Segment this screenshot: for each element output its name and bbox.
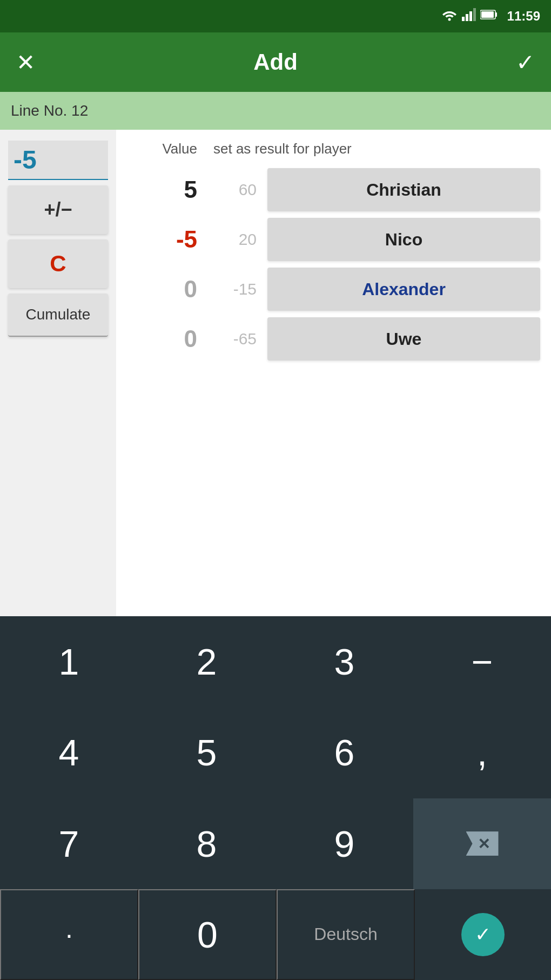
- alexander-button[interactable]: Alexander: [267, 268, 540, 311]
- set-column-header: set as result for player: [197, 141, 540, 157]
- keyboard-row-4: · 0 Deutsch ✓: [0, 889, 551, 980]
- key-dot[interactable]: ·: [0, 889, 138, 980]
- cumulate-button[interactable]: Cumulate: [8, 294, 108, 337]
- key-2[interactable]: 2: [138, 616, 276, 707]
- player-rows: 5 60 Christian -5 20 Nico 0 -15 Alexande…: [116, 163, 551, 366]
- backspace-button[interactable]: ✕: [413, 798, 551, 889]
- battery-icon: [480, 9, 498, 23]
- player-value: 0: [127, 325, 197, 352]
- column-headers: Value set as result for player: [116, 130, 551, 163]
- key-3[interactable]: 3: [276, 616, 413, 707]
- svg-rect-4: [473, 8, 476, 21]
- status-time: 11:59: [507, 9, 540, 24]
- key-7[interactable]: 7: [0, 798, 138, 889]
- player-result: 20: [203, 230, 262, 249]
- language-button[interactable]: Deutsch: [277, 889, 415, 980]
- page-title: Add: [253, 49, 298, 75]
- player-result: -65: [203, 330, 262, 348]
- uwe-button[interactable]: Uwe: [267, 317, 540, 361]
- keyboard-row-2: 4 5 6 ,: [0, 707, 551, 798]
- player-value: 0: [127, 276, 197, 303]
- keyboard-area: 1 2 3 − 4 5 6 , 7 8 9 ✕ · 0 Deutsch ✓: [0, 616, 551, 980]
- key-9[interactable]: 9: [276, 798, 413, 889]
- key-0[interactable]: 0: [138, 889, 277, 980]
- player-value: -5: [127, 226, 197, 253]
- keyboard-confirm-cell[interactable]: ✓: [415, 889, 551, 980]
- line-number: Line No. 12: [11, 102, 88, 119]
- svg-rect-3: [469, 11, 472, 21]
- toggle-sign-button[interactable]: +/−: [8, 185, 108, 234]
- key-4[interactable]: 4: [0, 707, 138, 798]
- key-5[interactable]: 5: [138, 707, 276, 798]
- backspace-icon: ✕: [466, 831, 499, 856]
- top-bar: ✕ Add ✓: [0, 32, 551, 92]
- christian-button[interactable]: Christian: [267, 168, 540, 211]
- svg-point-0: [448, 18, 451, 21]
- key-8[interactable]: 8: [138, 798, 276, 889]
- key-6[interactable]: 6: [276, 707, 413, 798]
- player-result: -15: [203, 280, 262, 298]
- line-banner: Line No. 12: [0, 92, 551, 130]
- left-panel: +/− C Cumulate: [0, 130, 116, 616]
- keyboard-row-3: 7 8 9 ✕: [0, 798, 551, 889]
- value-input[interactable]: [14, 145, 103, 175]
- player-value: 5: [127, 176, 197, 203]
- value-column-header: Value: [127, 141, 197, 157]
- keyboard-row-1: 1 2 3 −: [0, 616, 551, 707]
- wifi-icon: [441, 8, 458, 24]
- player-row: 0 -15 Alexander: [127, 268, 540, 311]
- keyboard-confirm-button[interactable]: ✓: [461, 913, 505, 956]
- clear-button[interactable]: C: [8, 239, 108, 288]
- main-content: +/− C Cumulate Value set as result for p…: [0, 130, 551, 616]
- key-comma[interactable]: ,: [413, 707, 551, 798]
- checkmark-icon: ✓: [475, 923, 491, 946]
- key-1[interactable]: 1: [0, 616, 138, 707]
- svg-rect-1: [462, 17, 465, 21]
- nico-button[interactable]: Nico: [267, 218, 540, 261]
- right-panel: Value set as result for player 5 60 Chri…: [116, 130, 551, 616]
- svg-rect-7: [481, 11, 494, 18]
- value-input-wrapper: [8, 141, 108, 180]
- close-button[interactable]: ✕: [16, 49, 35, 76]
- confirm-button[interactable]: ✓: [516, 49, 535, 76]
- status-bar: 11:59: [0, 0, 551, 32]
- key-minus[interactable]: −: [413, 616, 551, 707]
- player-row: 5 60 Christian: [127, 168, 540, 211]
- player-row: 0 -65 Uwe: [127, 317, 540, 361]
- player-row: -5 20 Nico: [127, 218, 540, 261]
- svg-rect-2: [466, 14, 468, 21]
- signal-icon: [462, 8, 476, 24]
- player-result: 60: [203, 181, 262, 199]
- svg-rect-6: [495, 12, 497, 17]
